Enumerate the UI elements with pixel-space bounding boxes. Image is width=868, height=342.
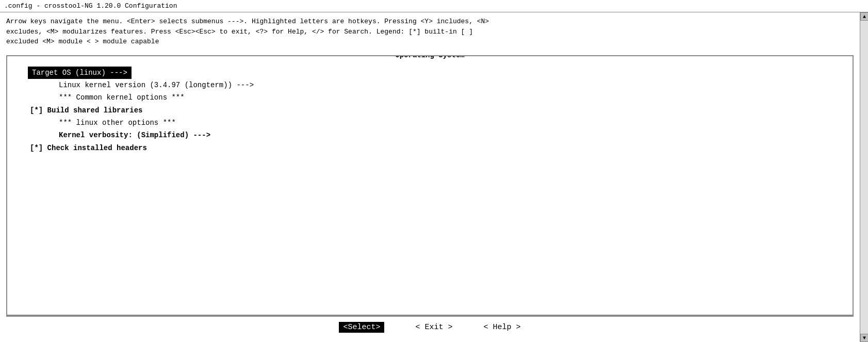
title-text: .config - crosstool-NG 1.20.0 Configurat… (4, 2, 177, 10)
help-button[interactable]: < Help > (484, 323, 521, 332)
scroll-up-arrow[interactable]: ▲ (860, 12, 868, 21)
main-content: Arrow keys navigate the menu. <Enter> se… (0, 12, 860, 342)
menu-item[interactable]: [*] Check installed headers (28, 142, 832, 154)
help-line-3: excluded <M> module < > module capable (6, 37, 854, 47)
menu-item[interactable]: Kernel verbosity: (Simplified) ---> (28, 129, 832, 141)
menu-item[interactable]: Target OS (linux) ---> (28, 67, 132, 79)
section-title: Operating System (391, 55, 468, 59)
menu-item[interactable]: *** Common kernel options *** (28, 91, 832, 104)
menu-item[interactable]: [*] Build shared libraries (28, 104, 832, 117)
help-text: Arrow keys navigate the menu. <Enter> se… (6, 17, 854, 47)
scroll-down-arrow[interactable]: ▼ (860, 334, 868, 342)
select-button[interactable]: <Select> (339, 322, 384, 333)
title-bar: .config - crosstool-NG 1.20.0 Configurat… (0, 0, 868, 12)
help-line-2: excludes, <M> modularizes features. Pres… (6, 27, 854, 37)
bottom-bar: <Select> < Exit > < Help > (6, 316, 854, 338)
menu-item[interactable]: Linux kernel version (3.4.97 (longterm))… (28, 79, 832, 91)
help-line-1: Arrow keys navigate the menu. <Enter> se… (6, 17, 854, 27)
menu-items-list: Target OS (linux) --->Linux kernel versi… (7, 62, 853, 159)
scroll-track[interactable] (860, 21, 868, 334)
menu-container: Operating System Target OS (linux) --->L… (6, 55, 854, 316)
exit-button[interactable]: < Exit > (415, 323, 452, 332)
scrollbar[interactable]: ▲ ▼ (860, 12, 868, 342)
menu-item[interactable]: *** linux other options *** (28, 117, 832, 129)
